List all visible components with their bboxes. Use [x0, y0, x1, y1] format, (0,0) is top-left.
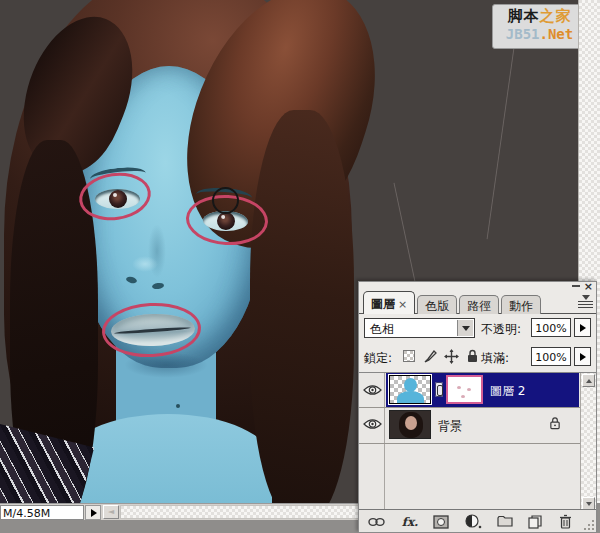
- tab-layers[interactable]: 圖層×: [363, 291, 415, 314]
- tab-channels-label: 色版: [425, 299, 449, 313]
- opacity-label: 不透明:: [481, 321, 521, 338]
- watermark-line2: JB51.Net: [493, 26, 578, 44]
- tab-layers-label: 圖層: [371, 297, 395, 311]
- checkerboard-icon: [403, 350, 415, 362]
- fill-field[interactable]: 100%: [531, 347, 571, 366]
- trash-icon: [559, 514, 572, 529]
- padlock-icon: [466, 349, 479, 363]
- mask-link-icon[interactable]: [435, 382, 443, 397]
- panel-bottom-bar: fx.: [359, 509, 596, 532]
- visibility-toggle-layer2[interactable]: [363, 383, 382, 397]
- link-layers-button[interactable]: [367, 513, 385, 530]
- layers-panel: × 圖層× 色版 路徑 動作 色相 不透明: 100% 鎖定:: [358, 281, 597, 533]
- lock-transparency-button[interactable]: [401, 348, 417, 364]
- visibility-toggle-background[interactable]: [363, 417, 382, 431]
- new-layer-icon: [528, 515, 542, 529]
- folder-icon: [497, 515, 513, 528]
- tab-actions-label: 動作: [509, 299, 533, 313]
- opacity-value: 100%: [535, 322, 566, 335]
- blend-mode-value: 色相: [370, 321, 394, 338]
- fill-value: 100%: [535, 351, 566, 364]
- lock-label: 鎖定:: [364, 350, 392, 367]
- arrow-down-icon: [586, 502, 592, 506]
- blend-mode-select[interactable]: 色相: [364, 318, 475, 338]
- layer-style-button[interactable]: fx.: [401, 513, 419, 530]
- watermark-line1: 脚本之家: [493, 7, 578, 26]
- tab-close-icon[interactable]: ×: [398, 298, 407, 311]
- panel-menu-icon[interactable]: [578, 295, 593, 309]
- layer2-thumbnail[interactable]: [389, 375, 431, 404]
- row-divider: [359, 443, 580, 444]
- thumbnail-body-shape: [397, 391, 424, 404]
- lock-pixels-button[interactable]: [422, 348, 438, 364]
- row-divider: [359, 407, 580, 408]
- background-name[interactable]: 背景: [438, 418, 462, 435]
- photoshop-workspace: 脚本之家 JB51.Net M/4.58M ◄ × 圖層× 色版 路徑 動作: [0, 0, 600, 533]
- document-size-value: M/4.58M: [3, 507, 50, 520]
- tab-paths-label: 路徑: [467, 299, 491, 313]
- thumbnail-head-shape: [404, 378, 417, 392]
- watermark-zh-orange: 之家: [540, 7, 572, 25]
- panel-scrollbar[interactable]: [580, 373, 596, 511]
- panel-resize-grip[interactable]: [583, 519, 595, 531]
- slider-arrow-icon: [580, 353, 586, 361]
- flyout-arrow-icon: [91, 509, 97, 517]
- mask-mark: [461, 395, 465, 398]
- watermark-zh-black: 脚本: [508, 7, 540, 25]
- tab-channels[interactable]: 色版: [417, 295, 457, 314]
- slider-arrow-icon: [580, 324, 586, 332]
- layer-row-layer2[interactable]: 圖層 2: [386, 373, 579, 407]
- arrow-up-icon: [586, 379, 592, 383]
- new-group-button[interactable]: [496, 513, 514, 530]
- mask-mark: [467, 388, 471, 391]
- new-layer-button[interactable]: [526, 513, 544, 530]
- fill-slider-button[interactable]: [574, 347, 591, 366]
- site-watermark: 脚本之家 JB51.Net: [492, 4, 578, 49]
- thumbnail-face: [405, 416, 417, 430]
- adjustment-layer-button[interactable]: [464, 513, 482, 530]
- nose-tip-highlight: [132, 256, 158, 272]
- background-lock-icon: [549, 416, 561, 430]
- panel-window-controls: ×: [572, 281, 593, 291]
- chevron-down-icon: [462, 326, 470, 331]
- fx-icon: fx.: [402, 515, 419, 529]
- chest: [64, 414, 272, 505]
- layer-row-background[interactable]: 背景: [386, 407, 579, 443]
- watermark-en-blue: JB51: [506, 26, 540, 42]
- scroll-up-button[interactable]: [582, 374, 595, 387]
- visibility-column: [359, 373, 385, 511]
- brush-cursor-circle: [212, 187, 239, 214]
- layer2-mask-thumbnail[interactable]: [446, 375, 483, 404]
- panel-menu-arrow: [582, 295, 590, 300]
- hscroll-left-button[interactable]: ◄: [103, 505, 119, 519]
- neck-mole: [176, 404, 180, 408]
- fill-label: 填滿:: [481, 350, 509, 367]
- lock-buttons: [401, 348, 480, 364]
- lock-position-button[interactable]: [443, 348, 459, 364]
- mask-mark: [457, 386, 461, 389]
- layer2-name[interactable]: 圖層 2: [490, 383, 525, 400]
- watermark-en-orange: .Net: [540, 26, 574, 42]
- panel-menu-lines: [578, 301, 593, 308]
- eye-icon: [363, 383, 382, 397]
- tab-actions[interactable]: 動作: [501, 295, 541, 314]
- opacity-field[interactable]: 100%: [531, 318, 571, 337]
- move-icon: [444, 349, 459, 364]
- adjustment-circle-icon: [465, 514, 482, 529]
- tab-paths[interactable]: 路徑: [459, 295, 499, 314]
- blend-mode-dropdown-button[interactable]: [457, 320, 473, 336]
- lock-all-button[interactable]: [464, 348, 480, 364]
- document-size-field: M/4.58M: [0, 505, 84, 520]
- close-icon[interactable]: ×: [584, 282, 593, 291]
- add-layer-mask-button[interactable]: [432, 513, 450, 530]
- minimize-icon[interactable]: [572, 285, 580, 287]
- opacity-slider-button[interactable]: [574, 318, 591, 337]
- background-thumbnail[interactable]: [389, 410, 431, 439]
- layers-list: 圖層 2 背景: [359, 372, 596, 511]
- brush-icon: [423, 349, 438, 364]
- chain-link-icon: [368, 517, 385, 527]
- delete-layer-button[interactable]: [556, 513, 574, 530]
- eye-icon: [363, 417, 382, 431]
- status-flyout-button[interactable]: [85, 505, 101, 520]
- layer-mask-icon: [433, 515, 449, 529]
